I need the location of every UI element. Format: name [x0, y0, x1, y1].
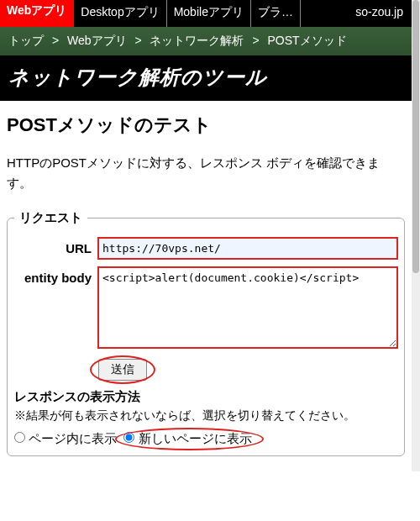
entity-body-label: entity body: [14, 267, 98, 285]
banner-title: ネットワーク解析のツール: [8, 64, 403, 91]
breadcrumb-item[interactable]: ネットワーク解析: [150, 34, 244, 47]
page-banner: ネットワーク解析のツール: [0, 55, 412, 101]
request-legend: リクエスト: [14, 210, 87, 226]
breadcrumb-sep: >: [129, 34, 146, 47]
submit-button[interactable]: 送信: [98, 359, 147, 381]
radio-inline-text: ページ内に表示: [29, 431, 117, 445]
url-input[interactable]: [98, 238, 397, 259]
response-note: ※結果が何も表示されないならば、選択を切り替えてください。: [14, 407, 397, 424]
radio-newpage-text: 新しいページに表示: [139, 431, 252, 445]
response-display-heading: レスポンスの表示方法: [14, 389, 397, 405]
breadcrumb: トップ > Webアプリ > ネットワーク解析 > POSTメソッド: [0, 27, 412, 55]
radio-newpage-label[interactable]: 新しいページに表示: [123, 431, 251, 445]
radio-inline-label[interactable]: ページ内に表示: [14, 431, 120, 445]
nav-tab-desktop[interactable]: Desktopアプリ: [74, 0, 166, 27]
entity-body-textarea[interactable]: <script>alert(document.cookie)</script>: [98, 267, 397, 348]
page-heading: POSTメソッドのテスト: [7, 113, 405, 138]
nav-tab-browser[interactable]: ブラ…: [251, 0, 301, 27]
radio-newpage[interactable]: [123, 432, 134, 443]
breadcrumb-sep: >: [247, 34, 264, 47]
breadcrumb-item[interactable]: POSTメソッド: [267, 34, 346, 47]
response-display-radios: ページ内に表示 新しいページに表示: [14, 431, 397, 447]
page-lead: HTTPのPOSTメソッドに対する、レスポンス ボディを確認できます。: [7, 153, 405, 193]
site-brand[interactable]: so-zou.jp: [347, 0, 412, 27]
vertical-scrollbar[interactable]: [412, 0, 420, 471]
scrollbar-thumb[interactable]: [412, 0, 419, 273]
breadcrumb-sep: >: [47, 34, 64, 47]
radio-inline[interactable]: [14, 432, 25, 443]
nav-tab-webapp[interactable]: Webアプリ: [0, 0, 74, 27]
request-fieldset: リクエスト URL entity body <script>alert(docu…: [7, 210, 405, 456]
breadcrumb-item[interactable]: トップ: [8, 34, 44, 47]
nav-tab-mobile[interactable]: Mobileアプリ: [167, 0, 251, 27]
breadcrumb-item[interactable]: Webアプリ: [67, 34, 127, 47]
url-label: URL: [14, 238, 98, 255]
top-nav: Webアプリ Desktopアプリ Mobileアプリ ブラ… so-zou.j…: [0, 0, 412, 27]
